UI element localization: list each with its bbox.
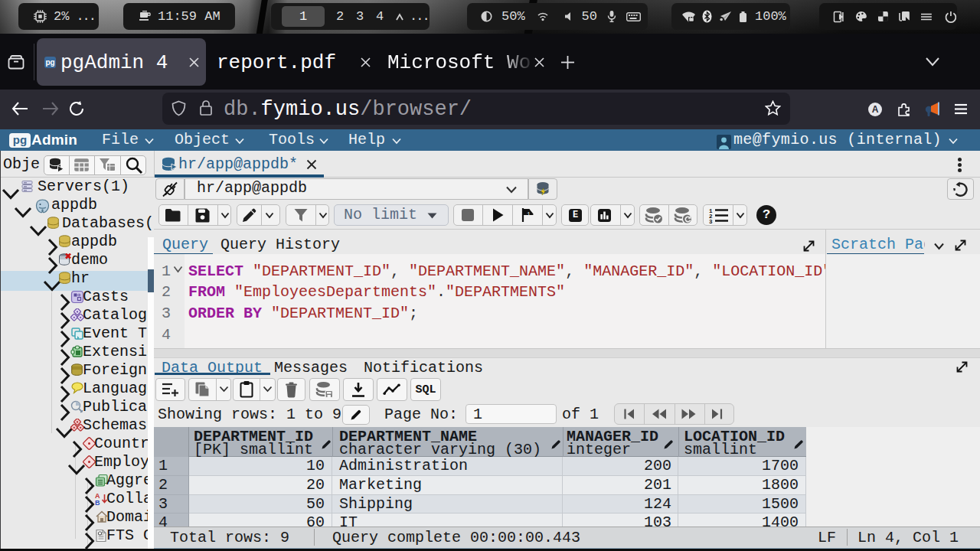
svg-text:B: B — [95, 499, 100, 506]
svg-text:1: 1 — [527, 210, 531, 217]
svg-text:3: 3 — [709, 219, 713, 224]
